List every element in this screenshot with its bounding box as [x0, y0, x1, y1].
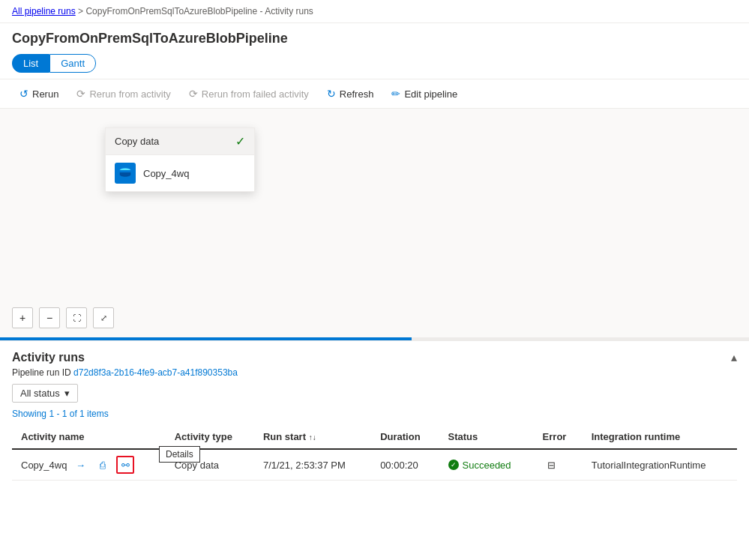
pipeline-run-id-label: Pipeline run ID: [12, 367, 71, 378]
col-duration: Duration: [371, 425, 439, 449]
edit-pipeline-label: Edit pipeline: [404, 88, 457, 100]
details-icon[interactable]: ⚯: [116, 456, 134, 474]
activity-runs-panel: Activity runs ▴ Pipeline run ID d72d8f3a…: [0, 341, 749, 481]
status-success: ✓ Succeeded: [448, 460, 525, 471]
rerun-from-label: Rerun from activity: [89, 88, 170, 100]
canvas-progress-bar: [0, 337, 749, 340]
gantt-view-button[interactable]: Gantt: [49, 54, 96, 73]
breadcrumb-current: CopyFromOnPremSqlToAzureBlobPipeline - A…: [85, 6, 313, 16]
cell-duration: 00:00:20: [371, 449, 439, 481]
status-filter[interactable]: All status ▾: [12, 384, 78, 403]
runs-table: Activity name Activity type Run start ↑↓…: [12, 425, 737, 481]
activity-dropdown: Copy data ✓ Copy_4wq: [105, 127, 255, 192]
cell-activity-name: Copy_4wq → ⎙ ⚯: [12, 449, 166, 481]
rerun-icon: ↺: [19, 88, 28, 100]
col-run-start: Run start ↑↓: [254, 425, 371, 449]
rerun-button[interactable]: ↺ Rerun: [12, 84, 66, 103]
expand-button[interactable]: ⤢: [93, 307, 114, 328]
refresh-button[interactable]: ↻ Refresh: [319, 84, 382, 103]
page-title: CopyFromOnPremSqlToAzureBlobPipeline: [0, 23, 749, 51]
cell-integration-runtime: TutorialIntegrationRuntime: [583, 449, 737, 481]
refresh-label: Refresh: [340, 88, 374, 100]
canvas-area: Copy data ✓ Copy_4wq + − ⛶ ⤢: [0, 109, 749, 341]
dropdown-item[interactable]: Copy_4wq: [106, 155, 254, 191]
pipeline-run-id: Pipeline run ID d72d8f3a-2b16-4fe9-acb7-…: [12, 367, 737, 378]
col-integration-runtime: Integration runtime: [583, 425, 737, 449]
navigate-icon[interactable]: →: [71, 456, 89, 474]
error-monitor-icon[interactable]: ⊟: [543, 456, 561, 474]
zoom-out-button[interactable]: −: [39, 307, 60, 328]
col-error: Error: [534, 425, 583, 449]
edit-icon: ✏: [391, 88, 400, 100]
db-icon: [115, 163, 136, 184]
rerun-from-icon: ⟳: [76, 88, 85, 100]
section-header: Activity runs ▴: [12, 350, 737, 364]
refresh-icon: ↻: [327, 88, 336, 100]
col-status: Status: [439, 425, 534, 449]
list-view-button[interactable]: List: [12, 54, 49, 73]
breadcrumb-link[interactable]: All pipeline runs: [12, 6, 76, 16]
output-icon[interactable]: ⎙: [94, 456, 112, 474]
chevron-down-icon: ▾: [64, 388, 70, 399]
section-title: Activity runs: [12, 351, 85, 364]
fit-view-button[interactable]: ⛶: [66, 307, 87, 328]
showing-text: Showing 1 - 1 of 1 items: [12, 409, 737, 419]
cell-status: ✓ Succeeded: [439, 449, 534, 481]
breadcrumb: All pipeline runs > CopyFromOnPremSqlToA…: [0, 0, 749, 23]
activity-name-value: Copy_4wq: [21, 460, 67, 471]
rerun-from-failed-label: Rerun from failed activity: [202, 88, 309, 100]
details-tooltip: Details: [159, 446, 200, 463]
cell-error: ⊟: [534, 449, 583, 481]
pipeline-run-id-value[interactable]: d72d8f3a-2b16-4fe9-acb7-a41f890353ba: [73, 367, 238, 378]
dropdown-item-label: Copy_4wq: [143, 168, 189, 179]
rerun-from-button[interactable]: ⟳ Rerun from activity: [69, 84, 178, 103]
canvas-toolbar: + − ⛶ ⤢: [12, 307, 114, 328]
col-activity-name: Activity name: [12, 425, 166, 449]
rerun-from-failed-icon: ⟳: [189, 88, 198, 100]
status-value: Succeeded: [463, 460, 511, 471]
toolbar: ↺ Rerun ⟳ Rerun from activity ⟳ Rerun fr…: [0, 79, 749, 109]
zoom-in-button[interactable]: +: [12, 307, 33, 328]
rerun-from-failed-button[interactable]: ⟳ Rerun from failed activity: [181, 84, 316, 103]
breadcrumb-separator: >: [78, 6, 85, 16]
action-icons: → ⎙ ⚯: [71, 456, 134, 474]
edit-pipeline-button[interactable]: ✏ Edit pipeline: [384, 84, 465, 103]
dropdown-header-label: Copy data: [115, 136, 159, 147]
progress-fill: [0, 337, 412, 340]
check-icon: ✓: [235, 134, 245, 148]
status-filter-label: All status: [20, 388, 60, 399]
status-dot: ✓: [448, 460, 459, 470]
view-toggle: List Gantt: [0, 51, 749, 79]
rerun-label: Rerun: [32, 88, 58, 100]
collapse-button[interactable]: ▴: [731, 350, 737, 364]
dropdown-header: Copy data ✓: [106, 128, 254, 155]
cell-run-start: 7/1/21, 2:53:37 PM: [254, 449, 371, 481]
table-row: Copy_4wq → ⎙ ⚯ Copy data 7/1/21, 2:53:37…: [12, 449, 737, 481]
